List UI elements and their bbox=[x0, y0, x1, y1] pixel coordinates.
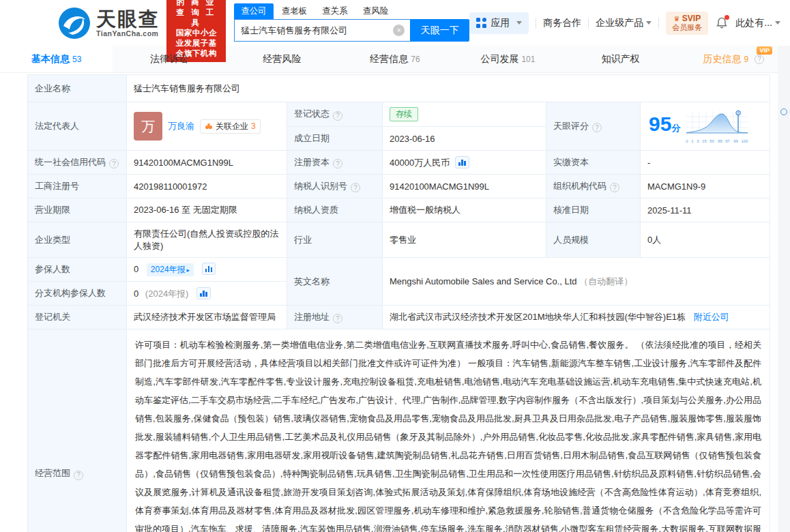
score-value: 95分 bbox=[649, 114, 680, 138]
reg-status-value: 存续 bbox=[383, 102, 546, 127]
taxpayer-quality-label: 纳税人资质 bbox=[287, 198, 383, 222]
score-axis-ticks: 0131550859799100 bbox=[686, 138, 748, 143]
table-row: 登记机关 武汉经济技术开发区市场监督管理局 注册地址 湖北省武汉市武汉经济技术开… bbox=[28, 306, 770, 329]
search-tab-boss[interactable]: 查老板 bbox=[275, 3, 314, 19]
right-side-rail bbox=[778, 46, 790, 532]
related-companies-badge[interactable]: 关联企业 3 bbox=[200, 119, 261, 134]
search-button[interactable]: 天眼一下 bbox=[410, 19, 469, 42]
notification-bell-icon[interactable] bbox=[715, 16, 729, 30]
basic-info-panel: 企业名称 猛士汽车销售服务有限公司 法定代表人 万 万良渝 关联企业 3 登记状… bbox=[0, 73, 790, 532]
help-icon[interactable] bbox=[351, 183, 360, 192]
business-term-label: 营业期限 bbox=[28, 198, 127, 222]
bar-chart-icon[interactable] bbox=[196, 287, 211, 299]
enterprise-products-link[interactable]: 企业级产品 bbox=[596, 17, 652, 29]
search-input[interactable] bbox=[234, 19, 410, 42]
nearby-companies-link[interactable]: 附近公司 bbox=[694, 312, 729, 322]
tab-legal[interactable]: 法律诉讼 bbox=[113, 46, 225, 72]
apps-menu[interactable]: 应用 bbox=[469, 12, 529, 34]
establish-date-label: 成立日期 bbox=[287, 127, 383, 151]
help-icon[interactable] bbox=[610, 183, 619, 192]
tab-basic-info[interactable]: 基本信息53 bbox=[0, 46, 113, 72]
score-distribution-chart: 0131550859799100 bbox=[686, 110, 748, 143]
table-row: 工商注册号 420198110001972 纳税人识别号 91420100MAC… bbox=[28, 175, 770, 198]
table-row: 法定代表人 万 万良渝 关联企业 3 登记状态 存续 天眼评分 95分 bbox=[28, 102, 770, 127]
search-tab-company[interactable]: 查公司 bbox=[234, 3, 274, 19]
score-cell[interactable]: 95分 bbox=[641, 102, 770, 151]
logo[interactable]: 天眼查 TianYanCha.com bbox=[58, 7, 160, 40]
table-row: 参保人数 0 2024年报▸ 英文名称 Mengshi Automobile S… bbox=[28, 258, 770, 282]
apps-label: 应用 bbox=[491, 17, 510, 29]
section-tabbar: 基本信息53 法律诉讼 经营风险 经营信息76 公司发展101 知识产权 VIP… bbox=[0, 46, 790, 73]
table-row: 统一社会信用代码 91420100MACMG1N99L 注册资本 40000万人… bbox=[28, 151, 770, 175]
avatar[interactable]: 万 bbox=[134, 112, 162, 141]
paid-capital-value: - bbox=[641, 151, 770, 175]
slogan-line1: 都 在 用 的 商 业 查 询 工 具 bbox=[173, 0, 220, 28]
staff-size-label: 人员规模 bbox=[546, 222, 641, 258]
tab-operation-info[interactable]: 经营信息76 bbox=[338, 46, 451, 72]
search-tabs: 查公司 查老板 查关系 查风险 bbox=[234, 4, 469, 19]
tab-operation-risk[interactable]: 经营风险 bbox=[226, 46, 338, 72]
reg-address-value: 湖北省武汉市武汉经济技术开发区201M地块华人汇和科技园(华中智谷)E1栋 附近… bbox=[383, 306, 770, 329]
search-tab-relation[interactable]: 查关系 bbox=[315, 3, 355, 19]
apps-grid-icon bbox=[476, 18, 486, 28]
table-row: 企业类型 有限责任公司(自然人投资或控股的法人独资) 行业 零售业 人员规模 0… bbox=[28, 222, 770, 258]
chevron-down-icon bbox=[516, 21, 522, 25]
table-row: 企业名称 猛士汽车销售服务有限公司 bbox=[28, 75, 770, 102]
bar-chart-icon[interactable] bbox=[202, 263, 216, 275]
company-name-label: 企业名称 bbox=[28, 75, 127, 102]
help-icon[interactable] bbox=[109, 159, 119, 168]
help-icon[interactable] bbox=[333, 159, 342, 168]
table-row: 经营范围 许可项目：机动车检验检测服务,第一类增值电信业务,第二类增值电信业务,… bbox=[28, 329, 770, 532]
business-term-value: 2023-06-16 至 无固定期限 bbox=[127, 198, 287, 222]
divider bbox=[536, 18, 536, 29]
legal-rep-label: 法定代表人 bbox=[28, 102, 127, 151]
company-info-table: 企业名称 猛士汽车销售服务有限公司 法定代表人 万 万良渝 关联企业 3 登记状… bbox=[27, 74, 770, 532]
search-tab-risk[interactable]: 查风险 bbox=[356, 3, 396, 19]
approval-date-label: 核准日期 bbox=[546, 198, 641, 222]
help-icon[interactable] bbox=[333, 314, 342, 323]
legal-rep-link[interactable]: 万良渝 bbox=[168, 120, 194, 132]
chevron-down-icon bbox=[775, 21, 780, 25]
credit-code-value: 91420100MACMG1N99L bbox=[127, 151, 287, 175]
divider bbox=[658, 18, 659, 29]
taxpayer-id-value: 91420100MACMG1N99L bbox=[383, 175, 546, 198]
insured-count-label: 参保人数 bbox=[28, 258, 127, 282]
reg-address-label: 注册地址 bbox=[287, 306, 383, 329]
credit-code-label: 统一社会信用代码 bbox=[28, 151, 127, 175]
legal-rep-cell: 万 万良渝 关联企业 3 bbox=[127, 102, 287, 151]
binoculars-icon bbox=[205, 122, 213, 130]
industry-value: 零售业 bbox=[383, 222, 546, 258]
english-name-value: Mengshi Automobile Sales and Service Co.… bbox=[383, 258, 770, 306]
help-icon[interactable] bbox=[592, 123, 602, 132]
tab-history-info[interactable]: VIP 历史信息9 bbox=[677, 46, 790, 72]
english-name-label: 英文名称 bbox=[287, 258, 383, 306]
staff-size-value: 0人 bbox=[641, 222, 770, 258]
approval-date-value: 2025-11-11 bbox=[641, 198, 770, 222]
top-header: 天眼查 TianYanCha.com 都 在 用 的 商 业 查 询 工 具 国… bbox=[0, 0, 790, 46]
report-year-note: (2024年报) bbox=[145, 289, 189, 299]
reg-number-value: 420198110001972 bbox=[127, 175, 287, 198]
search-area: 查公司 查老板 查关系 查风险 × 天眼一下 bbox=[234, 4, 469, 42]
cooperation-link[interactable]: 商务合作 bbox=[543, 17, 581, 29]
reg-authority-value: 武汉经济技术开发区市场监督管理局 bbox=[127, 306, 287, 329]
business-scope-label: 经营范围 bbox=[28, 329, 127, 532]
reg-number-label: 工商注册号 bbox=[28, 175, 127, 198]
org-code-label: 组织机构代码 bbox=[546, 175, 641, 198]
reg-capital-value: 40000万人民币 bbox=[383, 151, 546, 175]
company-name-value: 猛士汽车销售服务有限公司 bbox=[127, 75, 770, 102]
svip-badge[interactable]: ♛ SVIP 会员服务 bbox=[666, 12, 708, 35]
brand-name: 天眼查 bbox=[96, 9, 160, 29]
vip-badge: VIP bbox=[757, 46, 772, 55]
side-widget-icon[interactable] bbox=[780, 108, 787, 115]
score-label: 天眼评分 bbox=[546, 102, 641, 151]
help-icon[interactable] bbox=[74, 471, 83, 480]
annual-report-badge[interactable]: 2024年报▸ bbox=[147, 263, 194, 276]
help-icon[interactable] bbox=[755, 55, 764, 64]
tab-company-development[interactable]: 公司发展101 bbox=[452, 46, 564, 72]
more-menu[interactable]: 此处有... bbox=[735, 17, 780, 29]
bar-chart-icon[interactable] bbox=[455, 156, 469, 168]
help-icon[interactable] bbox=[333, 111, 342, 121]
tab-intellectual-property[interactable]: 知识产权 bbox=[564, 46, 677, 72]
divider bbox=[588, 18, 589, 29]
business-scope-value: 许可项目：机动车检验检测服务,第一类增值电信业务,第二类增值电信业务,互联网直播… bbox=[127, 329, 770, 532]
